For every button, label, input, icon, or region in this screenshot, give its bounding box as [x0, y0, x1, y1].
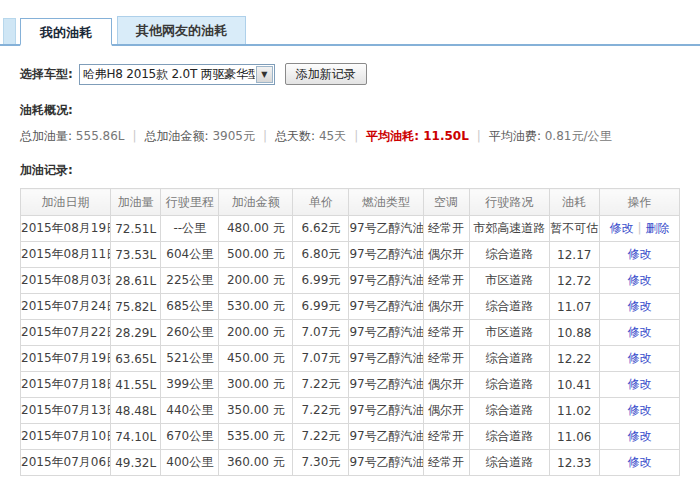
- cell-unit-price: 7.22元: [293, 372, 349, 398]
- cell-cost: 200.00 元: [219, 268, 293, 294]
- cell-fuel-amount: 72.51L: [111, 216, 161, 242]
- chevron-down-icon[interactable]: ▼: [256, 66, 273, 83]
- edit-link[interactable]: 修改: [627, 403, 651, 417]
- cell-cost: 350.00 元: [219, 398, 293, 424]
- edit-link[interactable]: 修改: [627, 455, 651, 469]
- cell-road-condition: 综合道路: [469, 450, 549, 476]
- edit-link[interactable]: 修改: [609, 221, 633, 235]
- tab-my-fuel[interactable]: 我的油耗: [20, 18, 112, 46]
- cell-fuel-amount: 48.48L: [111, 398, 161, 424]
- vehicle-select[interactable]: 哈弗H8 2015款 2.0T 两驱豪华型 ▼: [79, 64, 275, 85]
- cell-unit-price: 7.07元: [293, 346, 349, 372]
- cell-consumption: 12.33: [549, 450, 599, 476]
- cell-operation: 修改: [599, 242, 679, 268]
- table-row: 2015年07月24日75.82L685公里530.00 元6.99元97号乙醇…: [21, 294, 680, 320]
- cell-date: 2015年07月22日: [21, 320, 111, 346]
- cell-fuel-type: 97号乙醇汽油: [349, 450, 423, 476]
- column-header-consumption: 油耗: [549, 189, 599, 216]
- cell-consumption: 10.88: [549, 320, 599, 346]
- cell-operation: 修改: [599, 398, 679, 424]
- cell-fuel-type: 97号乙醇汽油: [349, 424, 423, 450]
- cell-ac: 偶尔开: [423, 372, 469, 398]
- overview-title: 油耗概况:: [20, 102, 700, 119]
- table-row: 2015年07月13日48.48L440公里350.00 元7.22元97号乙醇…: [21, 398, 680, 424]
- cell-road-condition: 综合道路: [469, 242, 549, 268]
- cell-road-condition: 市区道路: [469, 320, 549, 346]
- cell-cost: 300.00 元: [219, 372, 293, 398]
- table-row: 2015年07月10日74.10L670公里535.00 元7.22元97号乙醇…: [21, 424, 680, 450]
- table-row: 2015年08月19日72.51L--公里480.00 元6.62元97号乙醇汽…: [21, 216, 680, 242]
- cell-date: 2015年07月18日: [21, 372, 111, 398]
- cell-ac: 经常开: [423, 424, 469, 450]
- table-row: 2015年07月06日49.32L400公里360.00 元7.30元97号乙醇…: [21, 450, 680, 476]
- cell-date: 2015年08月19日: [21, 216, 111, 242]
- cell-mileage: 260公里: [161, 320, 219, 346]
- table-row: 2015年07月19日63.65L521公里450.00 元7.07元97号乙醇…: [21, 346, 680, 372]
- overview-stats: 总加油量: 555.86L|总加油金额: 3905元|总天数: 45天|平均油耗…: [20, 128, 700, 145]
- stat-item: 平均油耗: 11.50L: [366, 129, 469, 143]
- edit-link[interactable]: 修改: [627, 351, 651, 365]
- delete-link[interactable]: 删除: [645, 221, 669, 235]
- cell-fuel-type: 97号乙醇汽油: [349, 398, 423, 424]
- cell-cost: 360.00 元: [219, 450, 293, 476]
- cell-unit-price: 7.07元: [293, 320, 349, 346]
- cell-date: 2015年07月19日: [21, 346, 111, 372]
- stat-item: 总加油金额: 3905元: [145, 129, 255, 143]
- cell-mileage: 399公里: [161, 372, 219, 398]
- table-row: 2015年07月18日41.55L399公里300.00 元7.22元97号乙醇…: [21, 372, 680, 398]
- cell-ac: 经常开: [423, 216, 469, 242]
- cell-unit-price: 6.99元: [293, 268, 349, 294]
- cell-operation: 修改: [599, 320, 679, 346]
- edit-link[interactable]: 修改: [627, 377, 651, 391]
- cell-road-condition: 市区道路: [469, 268, 549, 294]
- cell-unit-price: 6.99元: [293, 294, 349, 320]
- cell-fuel-amount: 73.53L: [111, 242, 161, 268]
- cell-date: 2015年07月24日: [21, 294, 111, 320]
- edit-link[interactable]: 修改: [627, 247, 651, 261]
- cell-date: 2015年08月03日: [21, 268, 111, 294]
- records-table: 加油日期加油量行驶里程加油金额单价燃油类型空调行驶路况油耗操作 2015年08月…: [20, 188, 680, 476]
- stat-value: 3905元: [212, 129, 255, 143]
- edit-link[interactable]: 修改: [627, 299, 651, 313]
- cell-mileage: 670公里: [161, 424, 219, 450]
- cell-ac: 偶尔开: [423, 294, 469, 320]
- edit-link[interactable]: 修改: [627, 429, 651, 443]
- cell-mileage: 440公里: [161, 398, 219, 424]
- cell-cost: 535.00 元: [219, 424, 293, 450]
- edit-link[interactable]: 修改: [627, 325, 651, 339]
- cell-mileage: --公里: [161, 216, 219, 242]
- cell-consumption: 11.02: [549, 398, 599, 424]
- cell-fuel-amount: 28.29L: [111, 320, 161, 346]
- cell-operation: 修改: [599, 268, 679, 294]
- cell-road-condition: 综合道路: [469, 372, 549, 398]
- vehicle-select-value: 哈弗H8 2015款 2.0T 两驱豪华型: [80, 66, 255, 83]
- cell-fuel-type: 97号乙醇汽油: [349, 320, 423, 346]
- cell-fuel-amount: 41.55L: [111, 372, 161, 398]
- table-row: 2015年07月22日28.29L260公里200.00 元7.07元97号乙醇…: [21, 320, 680, 346]
- cell-fuel-amount: 28.61L: [111, 268, 161, 294]
- tab-other-users-fuel[interactable]: 其他网友的油耗: [117, 16, 246, 44]
- edit-link[interactable]: 修改: [627, 273, 651, 287]
- column-header-mileage: 行驶里程: [161, 189, 219, 216]
- cell-ac: 偶尔开: [423, 398, 469, 424]
- stat-item: 平均油费: 0.81元/公里: [489, 129, 612, 143]
- cell-road-condition: 综合道路: [469, 398, 549, 424]
- add-record-button[interactable]: 添加新记录: [285, 63, 367, 85]
- vehicle-selector-row: 选择车型: 哈弗H8 2015款 2.0T 两驱豪华型 ▼ 添加新记录: [20, 63, 700, 85]
- cell-date: 2015年07月13日: [21, 398, 111, 424]
- cell-date: 2015年08月11日: [21, 242, 111, 268]
- cell-fuel-amount: 63.65L: [111, 346, 161, 372]
- column-header-unit-price: 单价: [293, 189, 349, 216]
- cell-fuel-amount: 75.82L: [111, 294, 161, 320]
- stat-separator: |: [263, 129, 267, 143]
- stat-value: 555.86L: [76, 129, 125, 143]
- cell-cost: 200.00 元: [219, 320, 293, 346]
- action-separator: |: [637, 221, 641, 235]
- table-row: 2015年08月03日28.61L225公里200.00 元6.99元97号乙醇…: [21, 268, 680, 294]
- cell-consumption: 12.72: [549, 268, 599, 294]
- vehicle-select-label: 选择车型:: [20, 66, 73, 83]
- cell-fuel-amount: 74.10L: [111, 424, 161, 450]
- cell-unit-price: 7.30元: [293, 450, 349, 476]
- cell-operation: 修改: [599, 450, 679, 476]
- stat-label: 总加油金额:: [145, 129, 213, 143]
